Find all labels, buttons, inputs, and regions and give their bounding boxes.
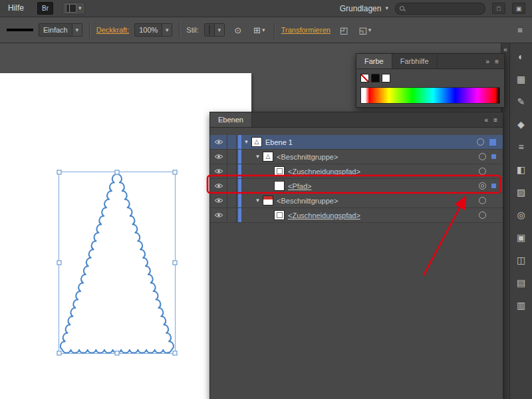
farbe-panel-icon[interactable]: ◐ bbox=[514, 50, 529, 63]
layer-thumbnail bbox=[274, 210, 285, 220]
lock-toggle[interactable] bbox=[227, 135, 237, 149]
selection-handle[interactable] bbox=[173, 261, 178, 265]
indent-spacer bbox=[241, 179, 264, 193]
workspace-switcher[interactable]: Grundlagen ▾ bbox=[340, 4, 388, 13]
collapse-panel-icon[interactable]: » bbox=[486, 58, 490, 65]
layer-name[interactable]: <Pfad> bbox=[288, 182, 311, 190]
selection-handle[interactable] bbox=[57, 261, 62, 265]
divider bbox=[179, 22, 180, 38]
visibility-toggle[interactable] bbox=[210, 179, 227, 193]
layer-thumbnail bbox=[274, 166, 285, 176]
selection-handle[interactable] bbox=[57, 351, 62, 356]
chevron-down-icon: ▾ bbox=[78, 5, 82, 11]
selection-handle[interactable] bbox=[173, 170, 178, 175]
graphic-style-dropdown[interactable]: ▾ bbox=[204, 23, 225, 37]
color-spectrum[interactable] bbox=[360, 87, 500, 104]
selection-handle[interactable] bbox=[173, 351, 178, 356]
window-button-b[interactable]: ▣ bbox=[512, 3, 525, 14]
panel-menu-icon[interactable]: ≡ bbox=[493, 116, 497, 124]
black-swatch[interactable] bbox=[371, 74, 380, 82]
tab-farbe[interactable]: Farbe bbox=[356, 54, 392, 68]
panel-menu-icon[interactable]: ≡ bbox=[495, 58, 499, 65]
none-swatch[interactable] bbox=[360, 74, 369, 82]
selection-indicator[interactable] bbox=[491, 154, 496, 159]
color-panel: FarbeFarbhilfe » ≡ bbox=[356, 53, 505, 108]
tab-farbhilfe[interactable]: Farbhilfe bbox=[392, 54, 438, 68]
expand-toggle-icon[interactable]: ▼ bbox=[241, 139, 251, 145]
layer-thumbnail: △ bbox=[263, 152, 273, 162]
bibliotheken-panel-icon[interactable]: ▥ bbox=[514, 299, 529, 312]
indent-spacer bbox=[241, 194, 253, 207]
visibility-toggle[interactable] bbox=[210, 150, 227, 164]
layer-name[interactable]: <Zuschneidungspfad> bbox=[288, 168, 360, 176]
selection-indicator[interactable] bbox=[491, 184, 496, 188]
stroke-style-dropdown[interactable]: Einfach ▾ bbox=[39, 23, 82, 37]
layer-row[interactable]: ▼ <Zuschneidungspfad> bbox=[210, 164, 503, 179]
menu-hilfe[interactable]: Hilfe bbox=[0, 0, 32, 17]
expand-toggle-icon[interactable]: ▼ bbox=[253, 198, 263, 203]
verlauf-panel-icon[interactable]: ◧ bbox=[514, 163, 529, 176]
collapse-panel-icon[interactable]: « bbox=[485, 116, 489, 124]
farbfelder-panel-icon[interactable]: ▦ bbox=[514, 72, 529, 86]
search-box[interactable] bbox=[395, 3, 485, 15]
visibility-toggle[interactable] bbox=[210, 135, 227, 149]
layer-row[interactable]: ▼ △ Ebene 1 bbox=[210, 135, 503, 150]
zeichenflaechen-panel-icon[interactable]: ▤ bbox=[514, 276, 529, 289]
layer-name[interactable]: Ebene 1 bbox=[265, 138, 293, 146]
grafikstile-panel-icon[interactable]: ▣ bbox=[514, 231, 529, 244]
expand-panels-icon[interactable]: « bbox=[501, 43, 509, 53]
selection-handle[interactable] bbox=[57, 170, 62, 175]
style-label: Stil: bbox=[186, 26, 198, 34]
layer-name[interactable]: <Beschnittgruppe> bbox=[277, 153, 338, 161]
layer-row[interactable]: ▼ <Pfad> bbox=[210, 179, 503, 194]
lock-toggle[interactable] bbox=[227, 208, 237, 222]
lock-toggle[interactable] bbox=[227, 179, 237, 193]
transparenz-panel-icon[interactable]: ▨ bbox=[514, 186, 529, 199]
target-circle[interactable] bbox=[479, 211, 486, 219]
layer-row[interactable]: ▼ <Beschnittgruppe> bbox=[210, 194, 503, 208]
layer-name[interactable]: <Zuschneidungspfad> bbox=[288, 211, 360, 219]
target-circle[interactable] bbox=[479, 168, 486, 175]
eye-icon bbox=[214, 183, 223, 189]
expand-toggle-icon[interactable]: ▼ bbox=[253, 154, 263, 160]
search-input[interactable] bbox=[408, 4, 471, 13]
align-button[interactable]: ◱ ▾ bbox=[357, 23, 373, 37]
visibility-toggle[interactable] bbox=[210, 164, 227, 178]
lock-toggle[interactable] bbox=[227, 194, 237, 207]
pinsel-panel-icon[interactable]: ✎ bbox=[514, 95, 529, 108]
lock-toggle[interactable] bbox=[227, 164, 237, 178]
eye-icon bbox=[214, 168, 223, 174]
tab-ebenen[interactable]: Ebenen bbox=[210, 112, 252, 127]
wavy-triangle-artwork[interactable] bbox=[59, 172, 176, 354]
layer-row[interactable]: ▼ △ <Beschnittgruppe> bbox=[210, 150, 503, 164]
symbole-panel-icon[interactable]: ◆ bbox=[514, 118, 529, 131]
opacity-link[interactable]: Deckkraft: bbox=[96, 26, 130, 34]
arrange-documents-button[interactable]: ▾ bbox=[63, 2, 85, 15]
preferences-grid-button[interactable]: ⊞ ▾ bbox=[251, 23, 267, 37]
visibility-toggle[interactable] bbox=[210, 194, 227, 207]
window-button-a[interactable]: □ bbox=[492, 3, 505, 14]
transform-link[interactable]: Transformieren bbox=[281, 26, 331, 34]
controlbar-overflow-button[interactable]: ≡ bbox=[512, 23, 532, 37]
target-circle[interactable] bbox=[479, 153, 486, 160]
selection-indicator[interactable] bbox=[489, 139, 496, 146]
lock-toggle[interactable] bbox=[227, 150, 237, 164]
selection-handle[interactable] bbox=[115, 351, 120, 356]
visibility-toggle[interactable] bbox=[210, 208, 227, 222]
bridge-button[interactable]: Br bbox=[37, 2, 53, 15]
opacity-dropdown[interactable]: 100% ▾ bbox=[134, 23, 172, 37]
target-circle[interactable] bbox=[479, 197, 486, 204]
layer-row[interactable]: ▼ <Zuschneidungspfad> bbox=[210, 208, 503, 223]
target-circle[interactable] bbox=[477, 138, 484, 146]
kontur-panel-icon[interactable]: ≡ bbox=[514, 140, 529, 154]
document-setup-button[interactable]: ⊙ bbox=[230, 23, 246, 37]
ebenen-panel-icon[interactable]: ◫ bbox=[514, 253, 529, 267]
color-panel-tabs: FarbeFarbhilfe bbox=[356, 54, 438, 68]
target-circle[interactable] bbox=[479, 182, 486, 190]
layer-name[interactable]: <Beschnittgruppe> bbox=[277, 197, 338, 205]
selection-bounding-box[interactable] bbox=[59, 172, 176, 354]
aussehen-panel-icon[interactable]: ◎ bbox=[514, 208, 529, 221]
transform-reference-button[interactable]: ◰ bbox=[336, 23, 352, 37]
white-swatch[interactable] bbox=[382, 74, 390, 82]
selection-handle[interactable] bbox=[115, 170, 120, 175]
